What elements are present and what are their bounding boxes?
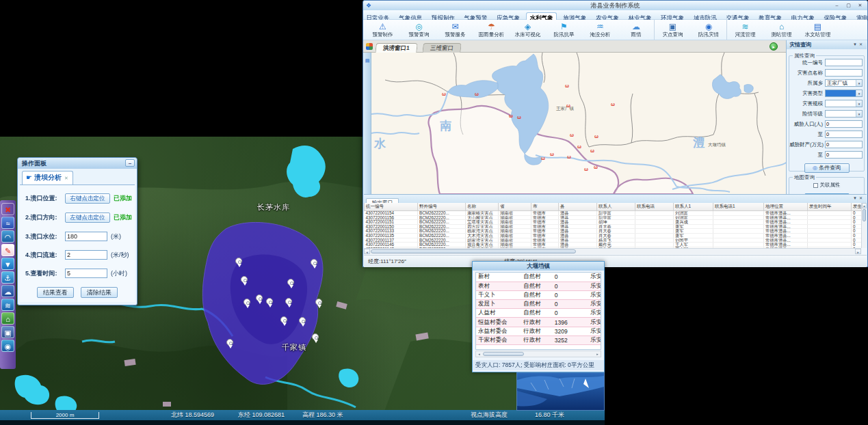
scroll-left-arrow[interactable]: ◂ — [476, 351, 482, 357]
chevron-down-icon[interactable]: ▾ — [856, 90, 862, 96]
map-refresh-button[interactable]: ▸ — [770, 42, 778, 51]
flood-control-button[interactable]: ⚑ 防汛抗旱 — [546, 20, 582, 40]
population-input[interactable] — [825, 120, 863, 128]
disaster-point-marker[interactable]: ω — [594, 134, 599, 139]
village-row[interactable]: 永益村委会 行政村 3209 乐安 — [476, 327, 601, 335]
rainstorm-icon[interactable]: ☁ — [1, 285, 14, 297]
map-pin-marker[interactable] — [226, 339, 233, 346]
map-pin-marker[interactable] — [285, 298, 292, 305]
scroll-left-arrow[interactable]: ◂ — [364, 249, 370, 254]
disaster-point-marker[interactable]: ω — [594, 165, 598, 169]
dialog-title-bar[interactable]: 操作面板 – — [18, 158, 137, 169]
panel-header[interactable]: 灾情查询 ▼✕ — [787, 40, 867, 49]
flood-swimmer-icon[interactable]: ≈ — [1, 217, 14, 229]
village-row[interactable]: 表村 自然村 0 乐安 — [476, 282, 601, 290]
column-header[interactable]: 市 — [531, 203, 559, 211]
column-header[interactable]: 联系人1 — [674, 203, 713, 211]
station-manage-button[interactable]: ⌂ 测站管理 — [763, 20, 800, 40]
scroll-thumb[interactable] — [863, 209, 866, 221]
disaster-scale-select[interactable]: ▾ — [825, 100, 863, 107]
table-row[interactable]: 430722001150 BCM2622220... 四方坨灾害点 湖南省 常德… — [365, 224, 862, 229]
water-level-input[interactable] — [65, 232, 107, 241]
map-pin-marker[interactable] — [312, 333, 319, 340]
map-pin-marker[interactable] — [287, 279, 294, 286]
alert-query-button[interactable]: ◎ 预警查询 — [401, 20, 437, 40]
column-header[interactable]: 发生时间月 — [852, 203, 862, 211]
population-to-input[interactable] — [825, 131, 863, 138]
tab-dam-break-analysis[interactable]: ☛溃坝分析✕ — [22, 171, 73, 184]
contact-card-icon[interactable]: ▣ — [1, 326, 14, 338]
restore-button[interactable]: ▢ — [843, 1, 854, 10]
rain-info-button[interactable]: ☁ 雨情 — [618, 20, 655, 40]
disaster-point-marker[interactable]: ω — [566, 103, 570, 108]
areal-rainfall-button[interactable]: ☂ 面雨量分析 — [473, 20, 510, 40]
pin-icon[interactable]: ▼ — [853, 42, 859, 46]
map-pin-marker[interactable] — [299, 317, 306, 324]
disaster-point-marker[interactable]: ω — [509, 113, 513, 118]
column-header[interactable]: 联系人 — [597, 203, 635, 211]
town-select[interactable]: 王家厂镇▾ — [825, 79, 863, 87]
village-row[interactable]: 恒益村委会 行政村 1396 乐安 — [476, 318, 601, 327]
view-result-button[interactable]: 结果查看 — [37, 287, 74, 298]
chevron-down-icon[interactable]: ▾ — [856, 111, 862, 117]
pin-icon[interactable]: ▼ — [853, 196, 859, 200]
asset-to-input[interactable] — [825, 151, 863, 159]
close-button[interactable]: ✕ — [854, 1, 866, 10]
column-header[interactable]: 联系电话 — [635, 203, 674, 211]
column-header[interactable]: 发生时间年 — [808, 203, 852, 211]
compass-icon[interactable]: ◉ — [1, 340, 14, 352]
table-row[interactable]: 430722001137 BCM2622220... 胡家湾灾害点 湖南省 常德… — [365, 238, 862, 243]
disaster-point-marker[interactable]: ω — [577, 144, 581, 149]
scroll-right-arrow[interactable]: ▸ — [594, 351, 601, 357]
disaster-point-marker[interactable]: ω — [584, 167, 588, 172]
table-row[interactable]: 430722001146 BCM2622220... 观音庵灾害点 湖南省 常德… — [365, 243, 862, 247]
operation-panel-dialog[interactable]: 操作面板 – ☛溃坝分析✕ 1.溃口位置: 右键点击定位 已添加 2.溃口方向:… — [17, 157, 137, 305]
flood-boat-icon[interactable]: ⚓ — [1, 271, 14, 284]
table-row[interactable]: 430722001133 BCM2622220... 杨家湾灾害点 湖南省 常德… — [365, 229, 862, 234]
disaster-point-marker[interactable]: ω — [611, 102, 615, 107]
close-icon[interactable]: ✖ — [1, 203, 14, 215]
table-row[interactable]: 430722001156 BCM2622220... 大山脚灾害点 湖南省 常德… — [365, 215, 862, 220]
pick-position-button[interactable]: 右键点击定位 — [65, 193, 110, 204]
village-row[interactable]: 新村 自然村 0 乐安 — [476, 273, 601, 282]
disaster-point-marker[interactable]: ω — [565, 83, 569, 88]
risk-level-select[interactable]: ▾ — [825, 110, 863, 118]
river-manage-button[interactable]: ≋ 河流管理 — [727, 20, 763, 40]
disaster-point-marker[interactable]: ω — [590, 148, 594, 153]
column-header[interactable]: 联系电话1 — [713, 203, 764, 211]
column-header[interactable]: 野外编号 — [418, 203, 466, 211]
map-pin-marker[interactable] — [244, 299, 250, 305]
minimize-button[interactable]: – — [125, 159, 135, 167]
scroll-thumb[interactable] — [483, 352, 524, 356]
village-row[interactable]: 千家村委会 行政村 3252 乐安 — [476, 335, 601, 344]
column-header[interactable]: 县 — [559, 203, 597, 211]
village-row[interactable]: 发屈卜 自然村 0 乐安 — [476, 300, 601, 309]
column-header[interactable]: 地理位置 — [764, 203, 808, 211]
alert-create-button[interactable]: ⚠ 预警制作 — [365, 20, 401, 40]
window-title-bar[interactable]: ❖ 港县业务制作系统 – ▢ ✕ — [363, 1, 867, 10]
disaster-point-marker[interactable]: ω — [541, 156, 545, 161]
alert-service-button[interactable]: ✉ 预警服务 — [437, 20, 473, 40]
disaster-type-select[interactable]: ▾ — [825, 90, 863, 97]
condition-search-button[interactable]: ◎条件查询 — [804, 163, 850, 173]
close-icon[interactable]: ✕ — [859, 196, 865, 200]
close-icon[interactable]: ✕ — [859, 42, 865, 46]
link-attributes-checkbox[interactable] — [813, 183, 818, 188]
inundation-analysis-button[interactable]: ♒ 淹没分析 — [582, 20, 618, 40]
reservoir-visual-button[interactable]: ◈ 水库可视化 — [510, 20, 546, 40]
scroll-thumb[interactable] — [371, 249, 576, 253]
column-header[interactable]: 省 — [499, 203, 531, 211]
overview-inset-map[interactable] — [516, 372, 605, 411]
column-header[interactable]: 统一编号 — [365, 203, 418, 211]
hydro-station-manage-button[interactable]: ▤ 水文站管理 — [800, 20, 836, 40]
table-row[interactable]: 430722001154 BCM2622220... 康家峪灾害点 湖南省 常德… — [365, 211, 862, 216]
map-pin-marker[interactable] — [256, 294, 263, 301]
chevron-down-icon[interactable]: ▾ — [856, 80, 862, 86]
chevron-down-icon[interactable]: ▾ — [856, 100, 862, 107]
village-table-viewport[interactable]: 新村 自然村 0 乐安 表村 自然村 0 乐安 — [475, 272, 601, 350]
disaster-point-marker[interactable]: ω — [570, 133, 574, 137]
tab-close-icon[interactable]: ✕ — [64, 176, 68, 180]
pick-direction-button[interactable]: 左键点击定位 — [65, 212, 110, 223]
home-icon[interactable]: ⌂ — [1, 312, 14, 325]
village-stats-panel[interactable]: 大堰垱镇 新村 自然村 0 乐安 表村 自然村 — [472, 261, 605, 372]
